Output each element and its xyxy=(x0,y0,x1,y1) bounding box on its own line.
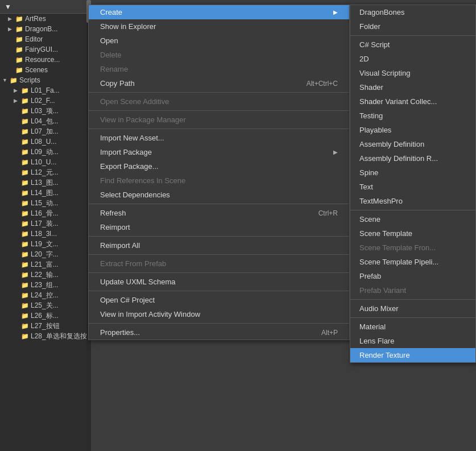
folder-icon: 📁 xyxy=(15,56,23,64)
submenu-item-label: Scene xyxy=(359,215,380,224)
tree-item[interactable]: 📁L15_动... xyxy=(0,198,91,208)
tree-label: L12_元... xyxy=(31,168,59,177)
menu-separator xyxy=(89,272,349,273)
submenu-item-label: Render Texture xyxy=(359,351,410,359)
submenu-item[interactable]: Render Texture xyxy=(350,348,475,362)
menu-item[interactable]: Copy PathAlt+Ctrl+C xyxy=(89,76,349,90)
menu-item: View in Package Manager xyxy=(89,113,349,127)
menu-item[interactable]: Open C# Project xyxy=(89,293,349,307)
folder-icon: 📁 xyxy=(21,87,29,94)
submenu-item[interactable]: C# Script xyxy=(350,38,475,52)
tree-item[interactable]: 📁L28_单选和复选按钮 xyxy=(0,331,91,341)
submenu-item[interactable]: Scene Template Pipeli... xyxy=(350,255,475,269)
tree-label: L04_包... xyxy=(31,117,59,126)
tree-item[interactable]: 📁L17_装... xyxy=(0,218,91,229)
submenu-item[interactable]: Lens Flare xyxy=(350,334,475,348)
submenu-item[interactable]: Visual Scripting xyxy=(350,66,475,80)
submenu-item[interactable]: Assembly Definition R... xyxy=(350,151,475,165)
menu-item[interactable]: Update UXML Schema xyxy=(89,275,349,289)
menu-item[interactable]: Import Package▶ xyxy=(89,145,349,159)
tree-label: DragonB... xyxy=(25,25,57,33)
menu-separator xyxy=(89,204,349,204)
folder-icon: 📁 xyxy=(15,26,23,33)
submenu-item-label: Visual Scripting xyxy=(359,69,410,77)
tree-item[interactable]: 📁Resource... xyxy=(0,55,91,65)
tree-item[interactable]: 📁FairyGUI... xyxy=(0,44,91,55)
tree-item[interactable]: 📁L08_U... xyxy=(0,136,91,147)
tree-arrow: ▶ xyxy=(8,26,14,32)
submenu-item[interactable]: Shader xyxy=(350,80,475,94)
tree-item[interactable]: 📁Scenes xyxy=(0,65,91,75)
tree-item[interactable]: 📁L23_组... xyxy=(0,280,91,290)
tree-item[interactable]: 📁Editor xyxy=(0,34,91,44)
submenu-item[interactable]: Scene Template xyxy=(350,226,475,241)
submenu-item[interactable]: Shader Variant Collec... xyxy=(350,94,475,109)
submenu-item[interactable]: DragonBones xyxy=(350,5,475,19)
tree-label: L16_骨... xyxy=(31,209,59,218)
tree-item[interactable]: 📁L16_骨... xyxy=(0,208,91,218)
submenu-item[interactable]: Prefab xyxy=(350,269,475,283)
tree-item[interactable]: 📁L20_字... xyxy=(0,249,91,259)
submenu-item[interactable]: Spine xyxy=(350,165,475,180)
menu-item[interactable]: Select Dependencies xyxy=(89,188,349,202)
assets-header: ▼ xyxy=(0,0,91,14)
tree-item[interactable]: 📁L22_输... xyxy=(0,270,91,280)
submenu-item[interactable]: Folder xyxy=(350,19,475,34)
submenu-item[interactable]: Scene xyxy=(350,212,475,226)
tree-item[interactable]: ▶📁L01_Fa... xyxy=(0,85,91,96)
tree-item[interactable]: 📁L27_按钮 xyxy=(0,321,91,331)
menu-item[interactable]: Show in Explorer xyxy=(89,19,349,34)
menu-item[interactable]: Create▶ xyxy=(89,5,349,19)
tree-item[interactable]: 📁L19_文... xyxy=(0,239,91,249)
tree-item[interactable]: 📁L14_图... xyxy=(0,188,91,198)
tree-item[interactable]: ▶📁DragonB... xyxy=(0,24,91,34)
tree-item[interactable]: 📁L13_图... xyxy=(0,177,91,188)
menu-item[interactable]: View in Import Activity Window xyxy=(89,307,349,321)
tree-item[interactable]: ▼📁Scripts xyxy=(0,75,91,85)
submenu-separator xyxy=(350,299,475,300)
submenu-item: Prefab Variant xyxy=(350,283,475,297)
menu-item-label: Open Scene Additive xyxy=(100,97,169,106)
tree-item[interactable]: ▶📁L02_F... xyxy=(0,96,91,106)
menu-item: Extract From Prefab xyxy=(89,256,349,271)
tree-item[interactable]: 📁L18_3l... xyxy=(0,229,91,239)
submenu-item[interactable]: Assembly Definition xyxy=(350,137,475,151)
submenu-item-label: Testing xyxy=(359,111,383,120)
submenu-item[interactable]: Playables xyxy=(350,123,475,137)
tree-item[interactable]: 📁L03_项... xyxy=(0,106,91,116)
menu-item[interactable]: Import New Asset... xyxy=(89,131,349,145)
submenu-item[interactable]: Text xyxy=(350,180,475,194)
menu-item[interactable]: Reimport xyxy=(89,220,349,234)
menu-item[interactable]: Export Package... xyxy=(89,159,349,173)
tree-arrow: ▶ xyxy=(14,98,19,104)
tree-item[interactable]: 📁L04_包... xyxy=(0,116,91,126)
tree-item[interactable]: 📁L25_关... xyxy=(0,300,91,311)
submenu-item[interactable]: Testing xyxy=(350,109,475,123)
folder-icon: 📁 xyxy=(21,210,29,217)
expand-arrow: ▼ xyxy=(5,3,11,11)
tree-label: L26_标... xyxy=(31,311,59,321)
folder-icon: 📁 xyxy=(21,97,29,105)
menu-item-label: Refresh xyxy=(100,209,126,217)
menu-item[interactable]: Properties...Alt+P xyxy=(89,325,349,340)
menu-item[interactable]: Open xyxy=(89,34,349,48)
tree-item[interactable]: 📁L09_动... xyxy=(0,147,91,157)
folder-icon: 📁 xyxy=(15,15,23,23)
submenu-item[interactable]: TextMeshPro xyxy=(350,194,475,208)
tree-item[interactable]: 📁L26_标... xyxy=(0,311,91,321)
tree-item[interactable]: 📁L24_控... xyxy=(0,290,91,300)
submenu-item[interactable]: Audio Mixer xyxy=(350,301,475,316)
menu-item[interactable]: Reimport All xyxy=(89,238,349,253)
folder-icon: 📁 xyxy=(21,333,29,340)
tree-label: L21_富... xyxy=(31,260,59,270)
tree-item[interactable]: 📁L10_U... xyxy=(0,157,91,167)
menu-item[interactable]: RefreshCtrl+R xyxy=(89,206,349,220)
tree-item[interactable]: 📁L07_加... xyxy=(0,126,91,136)
submenu-item[interactable]: Material xyxy=(350,320,475,334)
tree-item[interactable]: ▶📁ArtRes xyxy=(0,14,91,24)
tree-item[interactable]: 📁L21_富... xyxy=(0,259,91,270)
tree-label: L13_图... xyxy=(31,178,59,188)
submenu-item[interactable]: 2D xyxy=(350,52,475,66)
tree-label: L15_动... xyxy=(31,198,59,208)
tree-item[interactable]: 📁L12_元... xyxy=(0,167,91,177)
